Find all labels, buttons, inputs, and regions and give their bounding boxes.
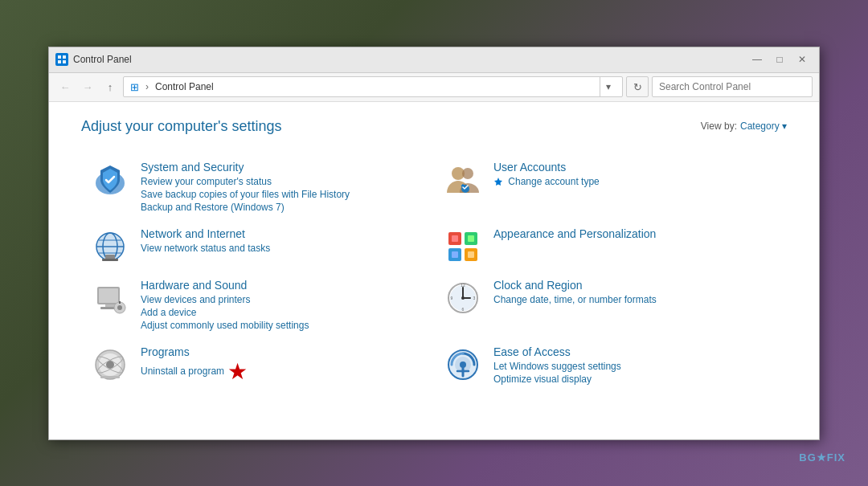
category-hardware: Hardware and Sound View devices and prin… bbox=[81, 272, 434, 339]
svg-point-6 bbox=[462, 168, 473, 179]
network-text: Network and Internet View network status… bbox=[141, 227, 424, 255]
svg-rect-2 bbox=[58, 60, 61, 63]
svg-rect-20 bbox=[452, 235, 458, 242]
view-by-label: View by: bbox=[701, 120, 737, 132]
clock-icon: 12 3 6 9 bbox=[444, 279, 482, 317]
programs-title[interactable]: Programs bbox=[141, 345, 424, 358]
nav-bar: ← → ↑ ⊞ › Control Panel ▾ ↻ bbox=[49, 73, 819, 102]
svg-rect-23 bbox=[468, 251, 474, 258]
network-title[interactable]: Network and Internet bbox=[141, 227, 424, 240]
up-button[interactable]: ↑ bbox=[100, 77, 120, 96]
appearance-title[interactable]: Appearance and Personalization bbox=[493, 227, 777, 240]
title-bar: Control Panel — □ ✕ bbox=[49, 47, 819, 73]
category-user-accounts: User Accounts Change account type bbox=[434, 154, 787, 221]
forward-button[interactable]: → bbox=[78, 77, 97, 96]
clock-link-1[interactable]: Change date, time, or number formats bbox=[493, 294, 777, 305]
breadcrumb-bar: ⊞ › Control Panel ▾ bbox=[123, 76, 623, 97]
svg-rect-21 bbox=[468, 235, 474, 242]
close-button[interactable]: ✕ bbox=[792, 52, 813, 67]
minimize-button[interactable]: — bbox=[747, 52, 768, 67]
window-icon bbox=[55, 53, 68, 66]
programs-link-1[interactable]: Uninstall a program bbox=[141, 366, 224, 377]
svg-rect-3 bbox=[63, 60, 66, 63]
appearance-text: Appearance and Personalization bbox=[493, 227, 777, 243]
ease-access-link-2[interactable]: Optimize visual display bbox=[493, 374, 777, 385]
network-link-1[interactable]: View network status and tasks bbox=[141, 243, 424, 254]
page-title: Adjust your computer's settings bbox=[81, 118, 282, 135]
hardware-link-1[interactable]: View devices and printers bbox=[141, 294, 424, 305]
breadcrumb-label[interactable]: Control Panel bbox=[155, 81, 214, 92]
window-controls: — □ ✕ bbox=[747, 52, 813, 67]
svg-rect-0 bbox=[58, 55, 61, 59]
view-by: View by: Category ▾ bbox=[701, 120, 787, 132]
svg-rect-22 bbox=[452, 251, 458, 258]
svg-rect-1 bbox=[63, 55, 66, 59]
back-button[interactable]: ← bbox=[55, 77, 75, 96]
category-clock: 12 3 6 9 Clock and Region Change date, t… bbox=[434, 272, 787, 339]
appearance-icon bbox=[444, 227, 482, 266]
clock-text: Clock and Region Change date, time, or n… bbox=[493, 279, 777, 307]
svg-rect-30 bbox=[119, 301, 121, 304]
hardware-link-3[interactable]: Adjust commonly used mobility settings bbox=[141, 320, 424, 331]
ease-access-text: Ease of Access Let Windows suggest setti… bbox=[493, 345, 777, 386]
system-security-link-2[interactable]: Save backup copies of your files with Fi… bbox=[141, 189, 424, 200]
user-accounts-title[interactable]: User Accounts bbox=[493, 161, 777, 174]
hardware-link-2[interactable]: Add a device bbox=[141, 307, 424, 318]
hardware-icon bbox=[91, 279, 129, 317]
category-ease-access: Ease of Access Let Windows suggest setti… bbox=[434, 339, 787, 393]
system-security-link-1[interactable]: Review your computer's status bbox=[141, 176, 424, 187]
svg-text:9: 9 bbox=[451, 296, 453, 300]
ease-access-link-1[interactable]: Let Windows suggest settings bbox=[493, 361, 777, 372]
refresh-button[interactable]: ↻ bbox=[626, 76, 649, 97]
svg-point-35 bbox=[461, 296, 465, 300]
ease-access-title[interactable]: Ease of Access bbox=[493, 345, 777, 358]
content-area: Adjust your computer's settings View by:… bbox=[49, 102, 819, 439]
watermark: BG★FIX bbox=[799, 451, 845, 464]
svg-rect-25 bbox=[99, 288, 118, 303]
view-by-value[interactable]: Category ▾ bbox=[740, 120, 787, 132]
category-appearance: Appearance and Personalization bbox=[434, 221, 787, 272]
control-panel-window: Control Panel — □ ✕ ← → ↑ ⊞ › Control Pa… bbox=[48, 47, 820, 440]
network-icon bbox=[91, 227, 129, 266]
search-input[interactable] bbox=[652, 76, 813, 97]
svg-point-29 bbox=[117, 305, 122, 310]
breadcrumb-separator: › bbox=[145, 81, 149, 92]
category-programs: Programs Uninstall a program ★ bbox=[81, 339, 434, 393]
system-security-icon bbox=[91, 161, 129, 199]
system-security-link-3[interactable]: Backup and Restore (Windows 7) bbox=[141, 202, 424, 213]
breadcrumb-icon: ⊞ bbox=[130, 81, 139, 93]
svg-text:3: 3 bbox=[473, 296, 476, 300]
system-security-text: System and Security Review your computer… bbox=[141, 161, 424, 214]
svg-rect-45 bbox=[100, 376, 120, 378]
red-star-annotation: ★ bbox=[227, 361, 248, 383]
categories-grid: System and Security Review your computer… bbox=[81, 154, 787, 393]
hardware-title[interactable]: Hardware and Sound bbox=[141, 279, 424, 292]
category-network: Network and Internet View network status… bbox=[81, 221, 434, 272]
system-security-title[interactable]: System and Security bbox=[141, 161, 424, 174]
user-accounts-link-1[interactable]: Change account type bbox=[493, 176, 777, 187]
clock-title[interactable]: Clock and Region bbox=[493, 279, 777, 292]
ease-access-icon bbox=[444, 345, 482, 384]
svg-rect-15 bbox=[102, 259, 118, 261]
svg-text:6: 6 bbox=[462, 307, 465, 312]
programs-text: Programs Uninstall a program ★ bbox=[141, 345, 424, 383]
hardware-text: Hardware and Sound View devices and prin… bbox=[141, 279, 424, 333]
user-accounts-icon bbox=[444, 161, 482, 199]
programs-icon bbox=[91, 345, 129, 384]
page-header: Adjust your computer's settings View by:… bbox=[81, 118, 787, 135]
category-system-security: System and Security Review your computer… bbox=[81, 154, 434, 221]
breadcrumb-dropdown[interactable]: ▾ bbox=[600, 77, 616, 96]
user-accounts-text: User Accounts Change account type bbox=[493, 161, 777, 189]
window-title: Control Panel bbox=[73, 54, 747, 65]
svg-text:12: 12 bbox=[461, 283, 465, 288]
maximize-button[interactable]: □ bbox=[769, 52, 790, 67]
